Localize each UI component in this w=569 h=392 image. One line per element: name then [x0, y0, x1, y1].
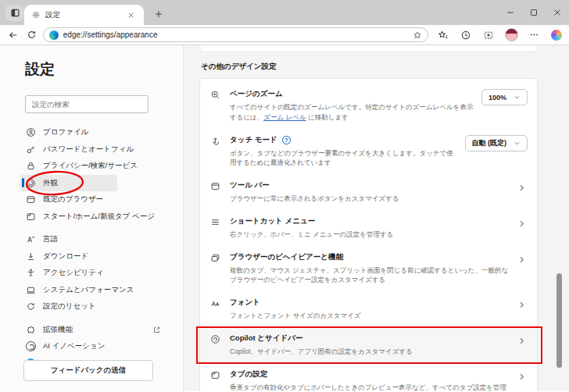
copilot-outline-icon — [25, 341, 36, 351]
row-title: タブの設定 — [230, 369, 511, 380]
row-description: フォントとフォント サイズのカスタマイズ — [230, 311, 511, 321]
sidebar-item-default-browser[interactable]: 既定のブラウザー — [20, 191, 166, 208]
sidebar-item-label: スタート/ホーム/新規タブ ページ — [43, 212, 155, 222]
new-tab-button[interactable] — [151, 6, 166, 22]
key-icon — [25, 144, 36, 155]
row-copilot-sidebar[interactable]: Copilot とサイドバー Copilot、サイドバー、アプリ固有の設定をカス… — [200, 327, 537, 363]
tab-settings[interactable]: 設定 — [24, 5, 144, 25]
chevron-right-icon[interactable] — [517, 216, 528, 228]
row-control: 100% — [481, 89, 528, 105]
chevron-right-icon[interactable] — [517, 252, 528, 264]
row-tab-settings[interactable]: タブの設定 垂直タブの有効化やタブにホバーしたときのプレビュー表示など、すべての… — [200, 363, 537, 392]
profile-avatar[interactable] — [503, 27, 519, 43]
row-title: ブラウザーのビヘイビアーと機能 — [230, 252, 511, 262]
previous-card-partial — [199, 45, 538, 52]
appearance-icon — [25, 178, 36, 188]
more-menu-icon[interactable] — [526, 27, 542, 43]
row-page-zoom: ページのズーム すべてのサイトの既定のズームレベルです。特定のサイトのズームレベ… — [200, 83, 537, 129]
settings-main: その他のデザイン設定 ページのズーム すべてのサイトの既定のズームレベルです。特… — [184, 45, 569, 391]
row-text: ショートカット メニュー 右クリック、ホバー、ミニ メニューの設定を管理する — [230, 216, 517, 240]
web-capture-icon[interactable] — [481, 27, 496, 43]
url-text[interactable]: edge://settings/appearance — [63, 30, 158, 39]
scrollbar-thumb[interactable] — [556, 273, 562, 368]
row-description: すべてのサイトの既定のズームレベルです。特定のサイトのズームレベルを表示するには… — [230, 102, 475, 123]
sidebar-item-extensions[interactable]: 拡張機能 — [20, 322, 166, 339]
row-browser-behaviors[interactable]: ブラウザーのビヘイビアーと機能 複数のタブ、マウス ジェスチャ、スプリット画面を… — [200, 246, 537, 292]
row-control — [517, 216, 528, 228]
gear-icon — [31, 10, 41, 20]
section-title: その他のデザイン設定 — [201, 62, 569, 72]
page-zoom-select[interactable]: 100% — [481, 89, 528, 105]
sidebar-item-start-home-newtab[interactable]: スタート/ホーム/新規タブ ページ — [20, 208, 166, 226]
copilot-icon[interactable] — [549, 27, 564, 43]
sidebar-item-system-performance[interactable]: システムとパフォーマンス — [20, 282, 166, 299]
send-feedback-button[interactable]: フィードバックの送信 — [23, 360, 153, 381]
add-favorite-star-icon[interactable] — [413, 30, 422, 40]
chevron-down-icon — [514, 140, 521, 147]
row-title: ツール バー — [230, 180, 511, 191]
chevron-right-icon[interactable] — [517, 369, 528, 381]
chevron-right-icon[interactable] — [517, 298, 528, 309]
row-shortcut-menu[interactable]: ショートカット メニュー 右クリック、ホバー、ミニ メニューの設定を管理する — [200, 210, 537, 246]
row-control — [517, 252, 528, 264]
history-icon[interactable] — [458, 27, 474, 43]
row-title: ショートカット メニュー — [230, 216, 511, 226]
help-icon[interactable]: ? — [282, 136, 291, 144]
row-control: 自動 (既定) — [465, 135, 528, 151]
settings-search-input[interactable] — [25, 95, 149, 113]
touch-icon — [210, 135, 230, 146]
sidebar-item-appearance[interactable]: 外観 — [20, 175, 117, 192]
row-description: ブラウザーに常に表示されるボタンをカスタマイズする — [230, 194, 511, 204]
row-title: Copilot とサイドバー — [230, 333, 511, 344]
back-button[interactable] — [5, 27, 23, 44]
row-text: ツール バー ブラウザーに常に表示されるボタンをカスタマイズする — [230, 180, 517, 204]
copilot-logo-image — [551, 30, 562, 41]
sidebar-item-accessibility[interactable]: アクセシビリティ — [20, 265, 166, 282]
tab-close-icon[interactable] — [125, 9, 137, 21]
chevron-right-icon[interactable] — [517, 180, 528, 192]
sidebar-item-privacy[interactable]: プライバシー/検索/サービス — [20, 158, 166, 175]
tab-title: 設定 — [45, 10, 60, 20]
minimize-button[interactable] — [499, 0, 522, 25]
sidebar-item-passwords[interactable]: パスワードとオートフィル — [20, 141, 166, 159]
sidebar-item-label: システムとパフォーマンス — [43, 285, 134, 295]
chevron-right-icon[interactable] — [517, 333, 528, 345]
profile-icon — [25, 127, 36, 137]
toolbar-icon — [210, 180, 230, 191]
sidebar-item-label: アクセシビリティ — [43, 268, 104, 278]
row-fonts[interactable]: フォント フォントとフォント サイズのカスタマイズ — [200, 291, 537, 327]
sidebar-item-downloads[interactable]: ダウンロード — [20, 248, 166, 265]
sidebar-nav: プロファイル パスワードとオートフィル プライバシー/検索/サービス 外観 — [25, 124, 166, 372]
toolbar-icon-group — [435, 27, 564, 43]
row-control — [517, 180, 528, 192]
sidebar-item-reset-settings[interactable]: 設定のリセット — [20, 298, 166, 315]
tab-actions-menu-button[interactable] — [5, 5, 24, 21]
address-bar[interactable]: edge://settings/appearance — [43, 27, 428, 42]
browser-toolbar: edge://settings/appearance — [0, 25, 569, 45]
row-toolbar[interactable]: ツール バー ブラウザーに常に表示されるボタンをカスタマイズする — [200, 174, 537, 210]
sidebar-item-label: 拡張機能 — [43, 325, 73, 335]
zoom-level-link[interactable]: ズーム レベル — [263, 113, 306, 121]
row-text: ブラウザーのビヘイビアーと機能 複数のタブ、マウス ジェスチャ、スプリット画面を… — [230, 252, 517, 286]
external-link-icon — [152, 326, 161, 334]
lock-icon — [25, 161, 36, 171]
row-description: 右クリック、ホバー、ミニ メニューの設定を管理する — [230, 230, 511, 240]
sidebar-item-ai-innovation[interactable]: AI イノベーション — [20, 338, 166, 355]
sidebar-item-label: パスワードとオートフィル — [43, 144, 134, 155]
maximize-button[interactable] — [522, 0, 546, 25]
row-title: フォント — [230, 298, 511, 308]
sidebar-item-languages[interactable]: 言語 — [20, 231, 166, 248]
refresh-button[interactable] — [23, 27, 41, 44]
favorites-hub-icon[interactable] — [435, 27, 451, 43]
copilot-outline-icon — [210, 333, 230, 344]
row-touch-mode: タッチ モード? ボタン、タブなどのブラウザー要素のサイズを大きくします。タッチ… — [200, 129, 537, 175]
tab-strip: 設定 — [0, 0, 569, 25]
settings-page: 設定 プロファイル パスワードとオートフィル プライバシー/検索/サービス 外 — [0, 45, 569, 391]
sidebar-item-profile[interactable]: プロファイル — [20, 124, 166, 141]
touch-mode-select[interactable]: 自動 (既定) — [465, 135, 528, 151]
sidebar-item-label: 外観 — [43, 178, 58, 188]
row-control — [517, 333, 528, 345]
windows-stack-icon — [210, 252, 230, 263]
row-description: ボタン、タブなどのブラウザー要素のサイズを大きくします。タッチで使用するために最… — [230, 148, 459, 169]
close-window-button[interactable] — [546, 0, 569, 25]
